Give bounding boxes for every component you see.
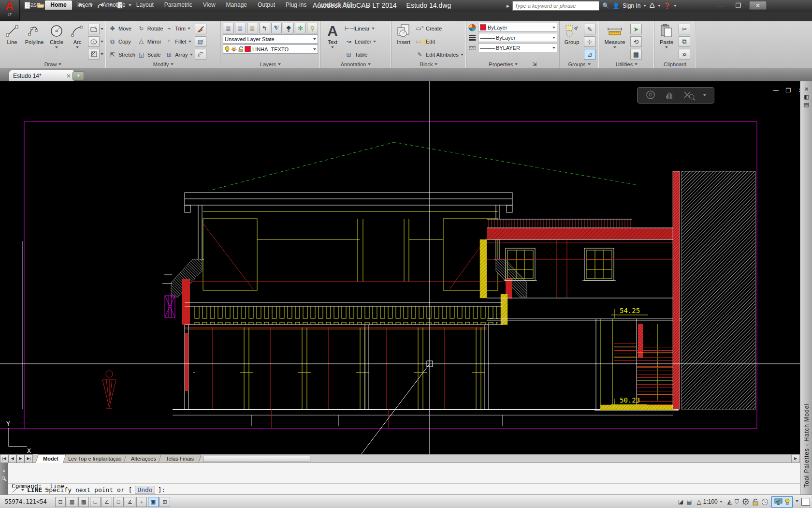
annotation-scale-button[interactable]: △ 1:100 <box>695 498 724 506</box>
leader-button[interactable]: ↝Leader <box>345 37 376 46</box>
trim-caret[interactable] <box>188 28 190 31</box>
edit-attributes-caret[interactable] <box>461 54 464 57</box>
linetype-dropdown[interactable]: ——— BYLAYER <box>478 43 557 52</box>
panel-label-block[interactable]: Block <box>392 60 466 68</box>
search-expand-icon[interactable]: ▸ <box>507 2 509 9</box>
arc-button[interactable]: Arc <box>69 23 86 60</box>
measure-button[interactable]: Measure <box>601 23 628 60</box>
fillet-caret[interactable] <box>188 41 191 44</box>
panel-label-properties[interactable]: Properties⇲ <box>466 60 559 68</box>
dynamic-input-toggle[interactable]: ＋ <box>136 497 147 507</box>
ellipse-tool-button[interactable] <box>88 36 100 47</box>
paste-caret[interactable] <box>665 46 668 50</box>
command-prompt-row[interactable]: LINE Specify next point or [ Undo ]: <box>12 486 165 494</box>
offset-button[interactable] <box>195 49 206 60</box>
measure-caret[interactable] <box>613 46 616 50</box>
fillet-button[interactable]: ◜Fillet <box>165 37 192 46</box>
table-button[interactable]: ⊞Table <box>345 50 376 60</box>
text-caret[interactable] <box>331 46 334 50</box>
properties-launcher-icon[interactable]: ⇲ <box>532 61 536 67</box>
ellipse-caret[interactable] <box>101 41 103 44</box>
tab-annotate[interactable]: Annotate <box>97 0 131 10</box>
panel-label-layers[interactable]: Layers <box>221 60 320 68</box>
lineweight-dropdown[interactable]: ——— ByLayer <box>478 33 557 42</box>
polar-tracking-toggle[interactable]: ∠ <box>102 497 112 507</box>
tab-insert[interactable]: Insert <box>72 0 97 10</box>
tab-prev-button[interactable]: ◀ <box>8 454 16 463</box>
hatch-tool-button[interactable] <box>88 49 100 60</box>
group-edit-button[interactable]: ⊹ <box>584 36 595 47</box>
tab-autodesk360[interactable]: Autodesk 360 <box>312 0 358 10</box>
text-button[interactable]: A Text <box>322 23 343 60</box>
arc-dropdown-caret[interactable] <box>76 46 79 50</box>
command-line-window[interactable]: ✕ Command: _line Specify first point: LI… <box>0 463 800 495</box>
tab-plugins[interactable]: Plug-ins <box>280 0 312 10</box>
layer-freeze-button[interactable]: ⧨ <box>271 23 282 33</box>
isolate-lightbulb-icon[interactable] <box>785 498 790 505</box>
panel-label-modify[interactable]: Modify <box>106 60 220 68</box>
panel-label-annotation[interactable]: Annotation <box>320 60 391 68</box>
model-space-button[interactable]: ◪ <box>678 498 683 505</box>
osnap-tracking-toggle[interactable]: ∡ <box>125 497 135 507</box>
panel-label-draw[interactable]: Draw <box>0 60 106 68</box>
layer-unisolate-button[interactable]: ≣ <box>247 23 258 33</box>
autodesk360-caret[interactable] <box>658 5 661 8</box>
command-customize-icon[interactable] <box>1 476 7 481</box>
circle-button[interactable]: Circle <box>46 23 67 60</box>
array-caret[interactable] <box>190 54 193 57</box>
tab-output[interactable]: Output <box>252 0 280 10</box>
layer-previous-button[interactable]: ↰ <box>259 23 270 33</box>
sign-in-caret[interactable] <box>643 5 646 8</box>
layout-tab-alteracoes[interactable]: Alterações <box>123 454 164 463</box>
snap-mode-toggle[interactable]: ▦ <box>67 497 77 507</box>
drawing-restore-button[interactable]: ❐ <box>785 87 792 94</box>
file-tab-active[interactable]: Estudo 14* ✕ <box>9 70 75 82</box>
undo-option[interactable]: Undo <box>135 486 155 494</box>
tool-palettes-bar[interactable]: ✕ ◧ ▤ Tool Palettes - Hatch Model <box>800 81 812 494</box>
linear-caret[interactable] <box>372 28 375 31</box>
transparency-toggle[interactable]: ▣ <box>148 497 159 507</box>
infer-constraints-toggle[interactable]: ⊡ <box>55 497 66 507</box>
annotation-visibility-button[interactable]: ◭ <box>727 498 732 505</box>
help-caret[interactable] <box>674 5 677 8</box>
tab-manage[interactable]: Manage <box>221 0 252 10</box>
calculator-button[interactable]: ▦ <box>630 49 642 60</box>
group-select-toggle[interactable]: ⊿ <box>584 49 595 60</box>
cut-button[interactable]: ✂ <box>679 24 690 34</box>
horizontal-scrollbar[interactable] <box>202 454 791 463</box>
drawing-minimize-button[interactable]: — <box>772 87 779 94</box>
application-menu-button[interactable]: A LT <box>0 0 20 21</box>
group-button[interactable]: Group <box>562 23 582 60</box>
panel-label-clipboard[interactable]: Clipboard <box>654 60 696 68</box>
insert-button[interactable]: Insert <box>393 23 414 60</box>
tab-layout[interactable]: Layout <box>131 0 159 10</box>
layer-off-button[interactable]: ⧪ <box>283 23 294 33</box>
stretch-button[interactable]: ⇱Stretch <box>108 50 135 60</box>
zoom-wheel-icon[interactable] <box>645 90 657 101</box>
file-tab-close-icon[interactable]: ✕ <box>66 73 71 79</box>
erase-button[interactable] <box>195 24 206 34</box>
object-snap-toggle[interactable]: □ <box>113 497 124 507</box>
create-block-button[interactable]: ▭°Create <box>416 24 464 33</box>
palette-autohide-icon[interactable]: ◧ <box>804 93 809 101</box>
workspace-gear-icon[interactable] <box>742 498 750 506</box>
copy-clip-button[interactable]: ⧉ <box>679 36 690 47</box>
layer-lock-button[interactable]: ⚲ <box>307 23 318 33</box>
zoom-extents-icon[interactable] <box>683 90 696 101</box>
ribbon-display-icon[interactable]: ▭ ▾ <box>358 2 372 10</box>
layout-tab-lev-top[interactable]: Lev Top e Implantação <box>60 454 129 463</box>
layer-match-button[interactable]: ✻ <box>295 23 306 33</box>
object-color-dropdown[interactable]: ByLayer <box>478 23 557 32</box>
scale-button[interactable]: ◱Scale <box>137 50 163 60</box>
binoculars-search-icon[interactable]: 🔍 <box>602 2 609 9</box>
ortho-mode-toggle[interactable]: ∟ <box>90 497 101 507</box>
panel-label-utilities[interactable]: Utilities <box>599 60 654 68</box>
auto-annotation-scale-button[interactable]: ⛉ <box>735 498 739 505</box>
tab-view[interactable]: View <box>198 0 221 10</box>
tab-home[interactable]: Home <box>45 0 72 10</box>
rectangle-tool-button[interactable] <box>88 24 100 34</box>
tab-parametric[interactable]: Parametric <box>159 0 198 10</box>
navigation-bar[interactable] <box>637 87 714 104</box>
search-input[interactable] <box>512 1 599 11</box>
trim-button[interactable]: ⌁Trim <box>165 24 192 33</box>
